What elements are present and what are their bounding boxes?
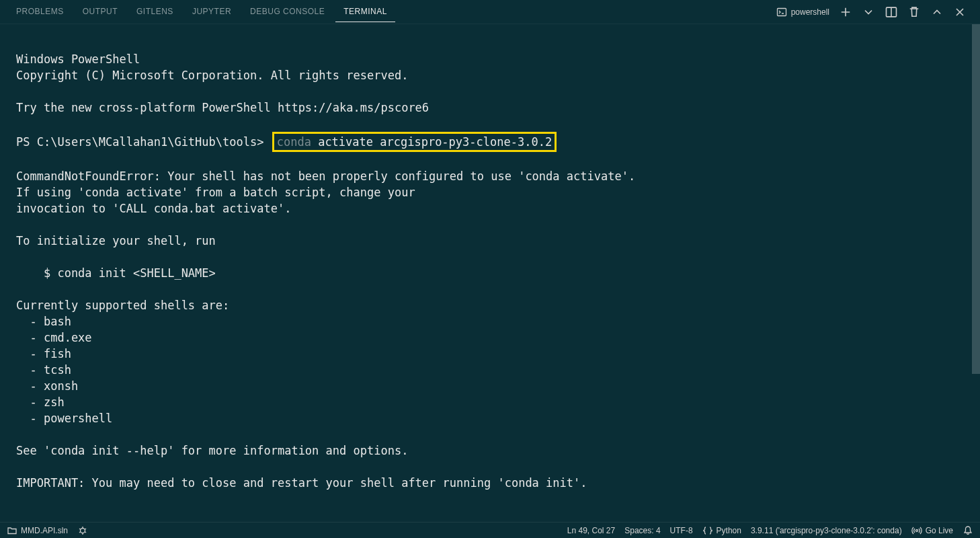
braces-icon [702, 525, 713, 536]
terminal-line: - cmd.exe [16, 331, 92, 344]
status-bar: MMD.API.sln Ln 49, Col 27 Spaces: 4 UTF-… [0, 522, 980, 538]
bell-icon [963, 525, 973, 536]
svg-point-3 [915, 529, 917, 531]
tab-jupyter[interactable]: JUPYTER [184, 1, 239, 22]
new-terminal-button[interactable] [839, 5, 852, 19]
svg-point-2 [81, 528, 85, 533]
status-left: MMD.API.sln [7, 525, 88, 536]
kill-terminal-button[interactable] [907, 5, 921, 19]
solution-item[interactable]: MMD.API.sln [7, 525, 68, 536]
folder-icon [7, 525, 17, 536]
tab-gitlens[interactable]: GITLENS [128, 1, 181, 22]
go-live-text: Go Live [926, 526, 953, 535]
language-mode[interactable]: Python [702, 525, 741, 536]
terminal-line: - bash [16, 315, 71, 328]
terminal-scrollbar[interactable] [972, 24, 980, 374]
terminal-actions: powershell [776, 5, 972, 19]
tab-terminal[interactable]: TERMINAL [335, 1, 395, 22]
tab-problems[interactable]: PROBLEMS [8, 1, 72, 22]
terminal-line: Copyright (C) Microsoft Corporation. All… [16, 69, 408, 82]
terminal-line: CommandNotFoundError: Your shell has not… [16, 169, 635, 183]
status-right: Ln 49, Col 27 Spaces: 4 UTF-8 Python 3.9… [567, 525, 973, 536]
terminal-line: invocation to 'CALL conda.bat activate'. [16, 202, 291, 215]
terminal-line: If using 'conda activate' from a batch s… [16, 186, 415, 199]
terminal-output[interactable]: Windows PowerShell Copyright (C) Microso… [0, 24, 980, 522]
tab-list: PROBLEMS OUTPUT GITLENS JUPYTER DEBUG CO… [8, 1, 776, 22]
bug-icon [77, 525, 88, 536]
terminal-icon [776, 7, 787, 17]
terminal-line: - zsh [16, 395, 65, 409]
close-panel-button[interactable] [953, 5, 967, 19]
new-terminal-chevron[interactable] [862, 5, 875, 19]
command-highlight: conda activate arcgispro-py3-clone-3.0.2 [272, 132, 557, 152]
go-live[interactable]: Go Live [911, 525, 953, 536]
cursor-position[interactable]: Ln 49, Col 27 [567, 526, 615, 535]
shell-selector[interactable]: powershell [776, 7, 829, 17]
terminal-line: IMPORTANT: You may need to close and res… [16, 476, 587, 490]
panel-tab-bar: PROBLEMS OUTPUT GITLENS JUPYTER DEBUG CO… [0, 0, 980, 24]
terminal-line: - tcsh [16, 363, 71, 377]
terminal-line: Try the new cross-platform PowerShell ht… [16, 101, 429, 114]
tab-output[interactable]: OUTPUT [75, 1, 126, 22]
shell-label-text: powershell [791, 7, 829, 17]
broadcast-icon [911, 525, 922, 536]
python-interpreter[interactable]: 3.9.11 ('arcgispro-py3-clone-3.0.2': con… [751, 526, 902, 535]
command-args: activate arcgispro-py3-clone-3.0.2 [311, 135, 552, 149]
terminal-line: - fish [16, 347, 71, 360]
maximize-panel-button[interactable] [930, 5, 944, 19]
debug-item[interactable] [77, 525, 88, 536]
terminal-line: - powershell [16, 412, 112, 425]
notifications[interactable] [963, 525, 973, 536]
terminal-line: - xonsh [16, 379, 78, 393]
indentation[interactable]: Spaces: 4 [624, 526, 660, 535]
split-terminal-button[interactable] [885, 5, 898, 19]
solution-text: MMD.API.sln [21, 526, 68, 535]
svg-rect-0 [777, 8, 786, 15]
encoding[interactable]: UTF-8 [670, 526, 693, 535]
terminal-line: Currently supported shells are: [16, 299, 229, 312]
terminal-line: $ conda init <SHELL_NAME> [16, 266, 216, 280]
language-text: Python [717, 526, 741, 535]
tab-debug-console[interactable]: DEBUG CONSOLE [242, 1, 333, 22]
terminal-line: Windows PowerShell [16, 52, 140, 66]
command-conda: conda [277, 135, 311, 149]
terminal-prompt: PS C:\Users\MCallahan1\GitHub\tools> [16, 135, 263, 149]
terminal-line: See 'conda init --help' for more informa… [16, 444, 408, 457]
terminal-line: To initialize your shell, run [16, 234, 216, 247]
